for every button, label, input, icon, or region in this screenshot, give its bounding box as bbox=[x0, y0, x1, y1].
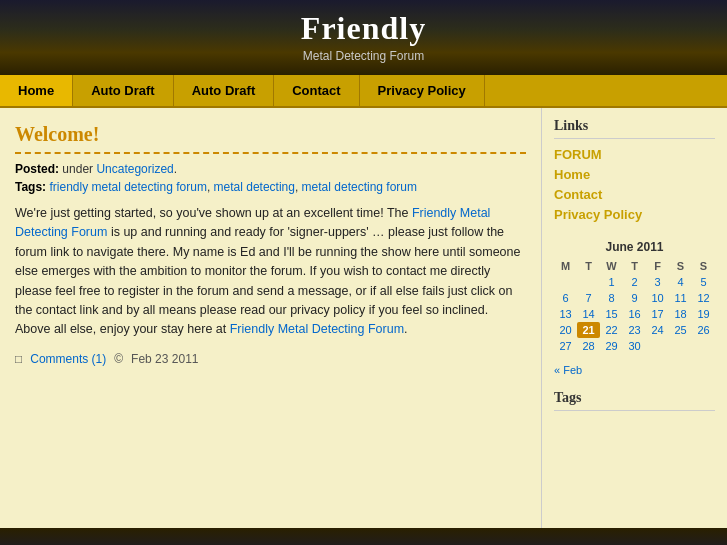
under-text: under bbox=[62, 162, 96, 176]
cal-day-4[interactable]: 4 bbox=[677, 276, 683, 288]
cal-cell: 14 bbox=[577, 306, 600, 322]
cal-day-29[interactable]: 29 bbox=[605, 340, 617, 352]
cal-cell: 29 bbox=[600, 338, 623, 354]
post-date: Feb 23 2011 bbox=[131, 352, 198, 366]
tag-link-3[interactable]: metal detecting forum bbox=[302, 180, 417, 194]
cal-day-11[interactable]: 11 bbox=[674, 292, 686, 304]
site-subtitle: Metal Detecting Forum bbox=[0, 49, 727, 63]
comments-link[interactable]: Comments (1) bbox=[30, 352, 106, 366]
cal-cell: 23 bbox=[623, 322, 646, 338]
cal-cell: 19 bbox=[692, 306, 715, 322]
cal-cell: 18 bbox=[669, 306, 692, 322]
cal-day-13[interactable]: 13 bbox=[559, 308, 571, 320]
cal-cell bbox=[554, 274, 577, 290]
cal-header-w: W bbox=[600, 258, 623, 274]
cal-day-8[interactable]: 8 bbox=[608, 292, 614, 304]
cal-cell bbox=[646, 338, 669, 354]
cal-day-24[interactable]: 24 bbox=[651, 324, 663, 336]
sidebar: Links FORUM Home Contact Privacy Policy … bbox=[542, 108, 727, 528]
cal-cell: 7 bbox=[577, 290, 600, 306]
cal-header-t1: T bbox=[577, 258, 600, 274]
cal-day-22[interactable]: 22 bbox=[605, 324, 617, 336]
nav-item-autodraft1[interactable]: Auto Draft bbox=[73, 75, 174, 106]
sidebar-link-privacy: Privacy Policy bbox=[554, 207, 715, 222]
cal-day-25[interactable]: 25 bbox=[674, 324, 686, 336]
nav-item-home[interactable]: Home bbox=[0, 75, 73, 106]
post-body: We're just getting started, so you've sh… bbox=[15, 204, 526, 340]
tags-section-title: Tags bbox=[554, 390, 715, 411]
tags-line: Tags: friendly metal detecting forum, me… bbox=[15, 180, 526, 194]
cal-day-26[interactable]: 26 bbox=[697, 324, 709, 336]
cal-cell: 15 bbox=[600, 306, 623, 322]
cal-day-12[interactable]: 12 bbox=[697, 292, 709, 304]
cal-day-6[interactable]: 6 bbox=[562, 292, 568, 304]
cal-day-18[interactable]: 18 bbox=[674, 308, 686, 320]
site-title: Friendly bbox=[0, 10, 727, 47]
post-footer: □ Comments (1) © Feb 23 2011 bbox=[15, 352, 526, 366]
cal-cell: 11 bbox=[669, 290, 692, 306]
cal-day-14[interactable]: 14 bbox=[582, 308, 594, 320]
cal-cell: 6 bbox=[554, 290, 577, 306]
cal-day-17[interactable]: 17 bbox=[651, 308, 663, 320]
cal-day-10[interactable]: 10 bbox=[651, 292, 663, 304]
post-meta: Posted: under Uncategorized. bbox=[15, 162, 526, 176]
cal-cell: 12 bbox=[692, 290, 715, 306]
cal-day-16[interactable]: 16 bbox=[628, 308, 640, 320]
calendar-title: June 2011 bbox=[554, 240, 715, 254]
cal-day-5[interactable]: 5 bbox=[700, 276, 706, 288]
prev-month-link[interactable]: « Feb bbox=[554, 364, 582, 376]
cal-day-19[interactable]: 19 bbox=[697, 308, 709, 320]
body-text-3: . bbox=[404, 322, 407, 336]
cal-cell: 10 bbox=[646, 290, 669, 306]
nav-item-autodraft2[interactable]: Auto Draft bbox=[174, 75, 275, 106]
nav-item-contact[interactable]: Contact bbox=[274, 75, 359, 106]
cal-week-5: 27 28 29 30 bbox=[554, 338, 715, 354]
cal-cell: 24 bbox=[646, 322, 669, 338]
cal-cell: 5 bbox=[692, 274, 715, 290]
links-section-title: Links bbox=[554, 118, 715, 139]
cal-week-1: 1 2 3 4 5 bbox=[554, 274, 715, 290]
cal-day-28[interactable]: 28 bbox=[582, 340, 594, 352]
cal-cell: 16 bbox=[623, 306, 646, 322]
cal-cell: 3 bbox=[646, 274, 669, 290]
cal-cell: 20 bbox=[554, 322, 577, 338]
nav-item-privacy[interactable]: Privacy Policy bbox=[360, 75, 485, 106]
main-layout: Welcome! Posted: under Uncategorized. Ta… bbox=[0, 108, 727, 528]
cal-cell: 27 bbox=[554, 338, 577, 354]
cal-day-3[interactable]: 3 bbox=[654, 276, 660, 288]
cal-day-27[interactable]: 27 bbox=[559, 340, 571, 352]
body-link-2[interactable]: Friendly Metal Detecting Forum bbox=[230, 322, 404, 336]
contact-link[interactable]: Contact bbox=[554, 187, 602, 202]
cal-day-23[interactable]: 23 bbox=[628, 324, 640, 336]
cal-cell: 28 bbox=[577, 338, 600, 354]
cal-day-20[interactable]: 20 bbox=[559, 324, 571, 336]
cal-header-s1: S bbox=[669, 258, 692, 274]
cal-cell: 17 bbox=[646, 306, 669, 322]
sidebar-link-home: Home bbox=[554, 167, 715, 182]
cal-cell: 9 bbox=[623, 290, 646, 306]
forum-link[interactable]: FORUM bbox=[554, 147, 602, 162]
tags-content: friendly metal detecting forum, metal de… bbox=[49, 180, 417, 194]
sidebar-link-forum: FORUM bbox=[554, 147, 715, 162]
cal-day-2[interactable]: 2 bbox=[631, 276, 637, 288]
cal-cell: 26 bbox=[692, 322, 715, 338]
cal-day-15[interactable]: 15 bbox=[605, 308, 617, 320]
category-link[interactable]: Uncategorized bbox=[96, 162, 173, 176]
cal-week-2: 6 7 8 9 10 11 12 bbox=[554, 290, 715, 306]
post-title: Welcome! bbox=[15, 123, 526, 146]
cal-cell: 8 bbox=[600, 290, 623, 306]
privacy-link[interactable]: Privacy Policy bbox=[554, 207, 642, 222]
calendar: M T W T F S S 1 2 3 4 5 bbox=[554, 258, 715, 354]
home-link[interactable]: Home bbox=[554, 167, 590, 182]
content-area: Welcome! Posted: under Uncategorized. Ta… bbox=[0, 108, 542, 528]
cal-day-30[interactable]: 30 bbox=[628, 340, 640, 352]
cal-day-7[interactable]: 7 bbox=[585, 292, 591, 304]
tag-link-2[interactable]: metal detecting bbox=[214, 180, 295, 194]
tag-link-1[interactable]: friendly metal detecting forum bbox=[49, 180, 206, 194]
cal-day-21[interactable]: 21 bbox=[582, 324, 594, 336]
cal-day-9[interactable]: 9 bbox=[631, 292, 637, 304]
body-text-2: is up and running and ready for 'signer-… bbox=[15, 225, 520, 336]
cal-header-f: F bbox=[646, 258, 669, 274]
cal-day-1[interactable]: 1 bbox=[608, 276, 614, 288]
footer-background bbox=[0, 528, 727, 545]
